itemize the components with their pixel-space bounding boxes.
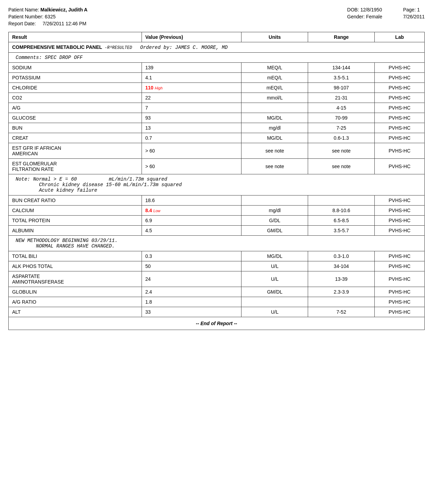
value-cell: 139 (142, 63, 241, 73)
lab-cell: PVHS-HC (375, 133, 425, 143)
report-date-label: Report Date: (8, 21, 36, 26)
ordered-by: Ordered by: JAMES C. MOORE, MD (140, 45, 228, 50)
gender-label: Gender: (347, 14, 365, 19)
lab-cell: PVHS-HC (375, 93, 425, 103)
table-header-row: Result Value (Previous) Units Range Lab (9, 32, 425, 42)
value-cell: 7 (142, 103, 241, 113)
result-cell: ALT (9, 307, 142, 317)
table-row: TOTAL PROTEIN 6.9 G/DL 6.5-8.5 PVHS-HC (9, 216, 425, 226)
lab-cell: PVHS-HC (375, 195, 425, 206)
table-row: EST GFR IF AFRICANAMERICAN > 60 see note… (9, 143, 425, 159)
result-cell: TOTAL BILI (9, 251, 142, 261)
units-cell (241, 297, 308, 307)
high-label: High (155, 86, 163, 90)
value-cell: 0.3 (142, 251, 241, 261)
result-cell: SODIUM (9, 63, 142, 73)
value-cell: 1.8 (142, 297, 241, 307)
panel-header-cell: COMPREHENSIVE METABOLIC PANEL -R^RESULTE… (9, 42, 425, 53)
result-cell: CALCIUM (9, 206, 142, 216)
units-cell: mmol/L (241, 93, 308, 103)
value-cell: 24 (142, 271, 241, 287)
table-row: TOTAL BILI 0.3 MG/DL 0.3-1.0 PVHS-HC (9, 251, 425, 261)
table-row: ALT 33 U/L 7-52 PVHS-HC (9, 307, 425, 317)
table-row: GLOBULIN 2.4 GM/DL 2.3-3.9 PVHS-HC (9, 287, 425, 297)
lab-cell: PVHS-HC (375, 123, 425, 133)
gender-value: Female (366, 14, 382, 19)
lab-cell: PVHS-HC (375, 307, 425, 317)
table-row: A/G 7 4-15 PVHS-HC (9, 103, 425, 113)
col-header-lab: Lab (375, 32, 425, 42)
lab-cell: PVHS-HC (375, 63, 425, 73)
table-row: ALBUMIN 4.5 GM/DL 3.5-5.7 PVHS-HC (9, 226, 425, 236)
result-cell: GLOBULIN (9, 287, 142, 297)
table-row: A/G RATIO 1.8 PVHS-HC (9, 297, 425, 307)
table-row: CALCIUM 8.4 Low mg/dl 8.8-10.6 PVHS-HC (9, 206, 425, 216)
units-cell: MEQ/L (241, 63, 308, 73)
note-cell: Note: Normal > E = 60 mL/min/1.73m squar… (9, 174, 425, 195)
table-row: POTASSIUM 4.1 mEQ/L 3.5-5.1 PVHS-HC (9, 73, 425, 83)
range-cell: 0.3-1.0 (308, 251, 375, 261)
result-cell: BUN (9, 123, 142, 133)
value-cell: 18.6 (142, 195, 241, 206)
range-cell: 34-104 (308, 261, 375, 271)
lab-cell: PVHS-HC (375, 113, 425, 123)
value-cell: 22 (142, 93, 241, 103)
result-cell: TOTAL PROTEIN (9, 216, 142, 226)
note-row: Note: Normal > E = 60 mL/min/1.73m squar… (9, 174, 425, 195)
result-cell: POTASSIUM (9, 73, 142, 83)
patient-name-label: Patient Name: (8, 7, 39, 12)
units-cell: mEQI/L (241, 83, 308, 93)
range-cell (308, 297, 375, 307)
report-date-value: 7/26/2011 12:46 PM (43, 21, 86, 26)
lab-cell: PVHS-HC (375, 261, 425, 271)
note-text: Note: Normal > E = 60 mL/min/1.73m squar… (16, 176, 182, 193)
range-cell: 6.5-8.5 (308, 216, 375, 226)
units-cell: U/L (241, 271, 308, 287)
range-cell: 7-25 (308, 123, 375, 133)
result-cell: EST GFR IF AFRICANAMERICAN (9, 143, 142, 159)
result-cell: CREAT (9, 133, 142, 143)
patient-number-label: Patient Number: (8, 14, 43, 19)
range-cell: 0.6-1.3 (308, 133, 375, 143)
low-value: 8.4 (145, 208, 152, 213)
value-cell: 6.9 (142, 216, 241, 226)
range-cell: see note (308, 159, 375, 174)
result-cell: CO2 (9, 93, 142, 103)
lab-cell: PVHS-HC (375, 226, 425, 236)
lab-results-table: Result Value (Previous) Units Range Lab … (8, 32, 425, 317)
value-cell: 2.4 (142, 287, 241, 297)
panel-name: COMPREHENSIVE METABOLIC PANEL (12, 44, 102, 50)
end-of-report: -- End of Report -- (8, 317, 425, 330)
units-cell: U/L (241, 307, 308, 317)
units-cell: GM/DL (241, 287, 308, 297)
units-cell: U/L (241, 261, 308, 271)
units-cell (241, 195, 308, 206)
table-row: BUN 13 mg/dl 7-25 PVHS-HC (9, 123, 425, 133)
page-value: 1 (417, 7, 420, 12)
dob-value: 12/8/1950 (360, 7, 382, 12)
col-header-range: Range (308, 32, 375, 42)
lab-cell: PVHS-HC (375, 206, 425, 216)
result-cell: BUN CREAT RATIO (9, 195, 142, 206)
result-cell: A/G (9, 103, 142, 113)
units-cell: mg/dl (241, 123, 308, 133)
lab-cell: PVHS-HC (375, 271, 425, 287)
units-cell: MG/DL (241, 113, 308, 123)
lab-cell: PVHS-HC (375, 216, 425, 226)
value-cell: > 60 (142, 143, 241, 159)
range-cell: 70-99 (308, 113, 375, 123)
range-cell: 13-39 (308, 271, 375, 287)
value-cell: 4.1 (142, 73, 241, 83)
col-header-units: Units (241, 32, 308, 42)
result-cell: ASPARTATEAMINOTRANSFERASE (9, 271, 142, 287)
value-cell: 13 (142, 123, 241, 133)
units-cell: MG/DL (241, 251, 308, 261)
col-header-value: Value (Previous) (142, 32, 241, 42)
value-cell: 0.7 (142, 133, 241, 143)
table-row: CO2 22 mmol/L 21-31 PVHS-HC (9, 93, 425, 103)
result-cell: GLUCOSE (9, 113, 142, 123)
units-cell: GM/DL (241, 226, 308, 236)
units-cell (241, 103, 308, 113)
result-cell: CHLORIDE (9, 83, 142, 93)
panel-header-row: COMPREHENSIVE METABOLIC PANEL -R^RESULTE… (9, 42, 425, 53)
